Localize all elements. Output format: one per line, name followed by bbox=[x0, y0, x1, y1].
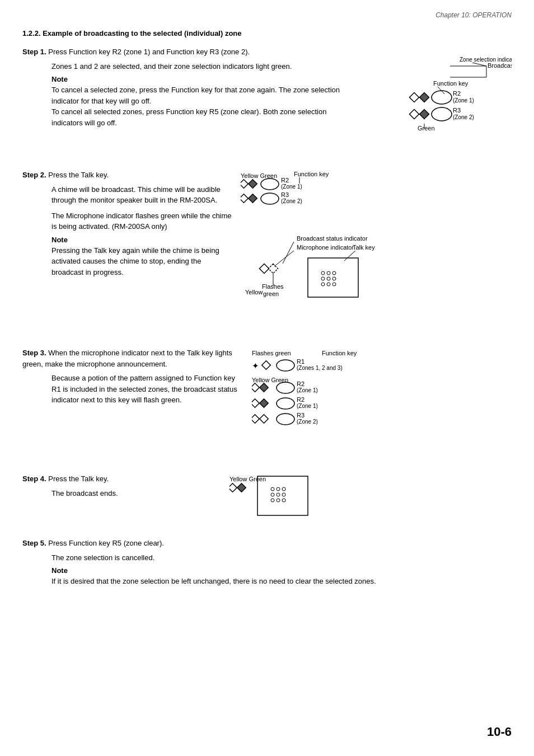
broadcast-label-1: Broadcast status indicator bbox=[488, 62, 512, 69]
step-4-subtext: The broadcast ends. bbox=[51, 488, 218, 499]
svg-point-18 bbox=[261, 193, 279, 204]
svg-rect-13 bbox=[241, 180, 248, 189]
z1-2t: (Zone 1) bbox=[281, 184, 302, 190]
step-3-svg: Flashes green Function key ✦ R1 (Zones 1… bbox=[252, 348, 414, 459]
mic-ind-label-2: Microphone indicator bbox=[297, 244, 354, 251]
svg-point-51 bbox=[282, 487, 285, 491]
svg-point-54 bbox=[282, 493, 285, 496]
section-title: 1.2.2. Example of broadcasting to the se… bbox=[22, 29, 512, 37]
step-5-text: Step 5. Press Function key R5 (zone clea… bbox=[22, 538, 512, 549]
svg-point-29 bbox=[321, 277, 325, 280]
r2-3b: R2 bbox=[297, 396, 305, 403]
yellow-label-2t: Yellow Green bbox=[241, 172, 277, 179]
flashes-green-label-2b: green bbox=[263, 290, 279, 297]
step-1-content: Step 1. Press Function key R2 (zone 1) a… bbox=[22, 46, 512, 157]
svg-rect-8 bbox=[410, 110, 419, 119]
svg-rect-40 bbox=[252, 399, 259, 408]
svg-rect-46 bbox=[229, 483, 237, 492]
step-3-diagram: Flashes green Function key ✦ R1 (Zones 1… bbox=[252, 348, 420, 461]
svg-point-42 bbox=[277, 398, 294, 409]
step-1-text: Step 1. Press Function key R2 (zone 1) a… bbox=[22, 46, 349, 58]
z1-3b: (Zone 1) bbox=[297, 403, 318, 409]
svg-rect-16 bbox=[241, 194, 248, 203]
step-2-subtext2: The Microphone indicator flashes green w… bbox=[51, 210, 235, 232]
svg-point-50 bbox=[277, 487, 280, 491]
step-3-subtext: Because a potion of the pattern assigned… bbox=[51, 373, 241, 406]
step-2-diagram: Yellow Green Function key R2 (Zone 1) R3… bbox=[241, 170, 420, 335]
svg-point-53 bbox=[277, 493, 280, 496]
svg-rect-9 bbox=[420, 110, 429, 119]
svg-point-32 bbox=[321, 283, 325, 286]
svg-line-20 bbox=[274, 251, 294, 266]
step-2-note: Note Pressing the Talk key again while t… bbox=[51, 236, 235, 278]
step-2-bottom-diagram: Broadcast status indicator Microphone in… bbox=[241, 233, 420, 335]
step-4-diagram: Yellow Green bbox=[229, 473, 409, 525]
r3-3: R3 bbox=[297, 412, 305, 419]
svg-point-57 bbox=[282, 499, 285, 502]
zone2-label-r3: (Zone 2) bbox=[453, 114, 474, 120]
step-5-content: Step 5. Press Function key R5 (zone clea… bbox=[22, 538, 512, 587]
svg-rect-35 bbox=[262, 361, 271, 370]
step-1-block: Step 1. Press Function key R2 (zone 1) a… bbox=[22, 46, 512, 157]
svg-point-27 bbox=[327, 271, 330, 275]
svg-rect-14 bbox=[249, 180, 257, 189]
svg-point-39 bbox=[277, 382, 294, 393]
svg-rect-37 bbox=[252, 383, 259, 392]
r3-label: R3 bbox=[453, 107, 461, 114]
r2-label: R2 bbox=[453, 90, 461, 97]
talk-key-label-2: Talk key bbox=[353, 244, 375, 251]
svg-rect-47 bbox=[237, 483, 246, 492]
svg-point-36 bbox=[277, 360, 294, 371]
z1-3a: (Zone 1) bbox=[297, 387, 318, 393]
step-2-bottom-svg: Broadcast status indicator Microphone in… bbox=[241, 233, 414, 334]
svg-point-49 bbox=[271, 487, 274, 491]
svg-line-21 bbox=[344, 251, 355, 261]
step-2-top-svg: Yellow Green Function key R2 (Zone 1) R3… bbox=[241, 170, 409, 226]
step-2-subtext: A chime will be broadcast. This chime wi… bbox=[51, 184, 235, 206]
flash-star-1: ✦ bbox=[252, 361, 259, 370]
fkey-label-2t: Function key bbox=[294, 171, 329, 177]
svg-rect-43 bbox=[252, 415, 259, 424]
step-1-svg: Broadcast status indicator Zone selectio… bbox=[355, 49, 512, 156]
r2-2t: R2 bbox=[281, 177, 289, 184]
step-4-content: Step 4. Press the Talk key. The broadcas… bbox=[22, 473, 512, 525]
svg-point-30 bbox=[327, 277, 330, 280]
flashes-green-3: Flashes green bbox=[252, 350, 291, 356]
svg-point-56 bbox=[277, 499, 280, 502]
svg-rect-44 bbox=[260, 415, 269, 424]
svg-point-10 bbox=[432, 107, 452, 121]
r3-2t: R3 bbox=[281, 191, 289, 198]
bcast-ind-label-2: Broadcast status indicator bbox=[297, 235, 368, 242]
z2-2t: (Zone 2) bbox=[281, 198, 302, 204]
step-3-block: Step 3. When the microphone indicator ne… bbox=[22, 348, 512, 461]
svg-point-33 bbox=[327, 283, 330, 286]
step-2-content: Step 2. Press the Talk key. A chime will… bbox=[22, 170, 512, 335]
zone-sel-text: Zone selection indicator bbox=[460, 57, 512, 63]
svg-rect-17 bbox=[249, 194, 257, 203]
step-3-content: Step 3. When the microphone indicator ne… bbox=[22, 348, 512, 461]
svg-point-28 bbox=[332, 271, 336, 275]
svg-point-26 bbox=[321, 271, 325, 275]
svg-rect-5 bbox=[410, 93, 419, 102]
svg-point-45 bbox=[277, 414, 294, 425]
step-5-subtext: The zone selection is cancelled. bbox=[51, 552, 512, 564]
chapter-header: Chapter 10: OPERATION bbox=[22, 11, 512, 19]
step-2-text: Step 2. Press the Talk key. bbox=[22, 170, 235, 181]
zone1-label-r2: (Zone 1) bbox=[453, 97, 474, 104]
fkey-label-3: Function key bbox=[322, 350, 357, 356]
yellow-label-2b: Yellow bbox=[245, 289, 263, 295]
svg-rect-38 bbox=[260, 383, 269, 392]
chapter-title: Chapter 10: OPERATION bbox=[435, 11, 512, 19]
svg-point-7 bbox=[432, 91, 452, 104]
step-5-block: Step 5. Press Function key R5 (zone clea… bbox=[22, 538, 512, 587]
step-4-block: Step 4. Press the Talk key. The broadcas… bbox=[22, 473, 512, 525]
yellow-4: Yellow Green bbox=[229, 476, 266, 482]
svg-rect-41 bbox=[260, 399, 269, 408]
svg-point-55 bbox=[271, 499, 274, 502]
svg-rect-23 bbox=[269, 264, 278, 274]
svg-point-52 bbox=[271, 493, 274, 496]
zones123-3: (Zones 1, 2 and 3) bbox=[297, 365, 343, 371]
svg-point-15 bbox=[261, 179, 279, 190]
svg-rect-6 bbox=[420, 93, 429, 102]
step-5-note: Note If it is desired that the zone sele… bbox=[51, 566, 512, 587]
